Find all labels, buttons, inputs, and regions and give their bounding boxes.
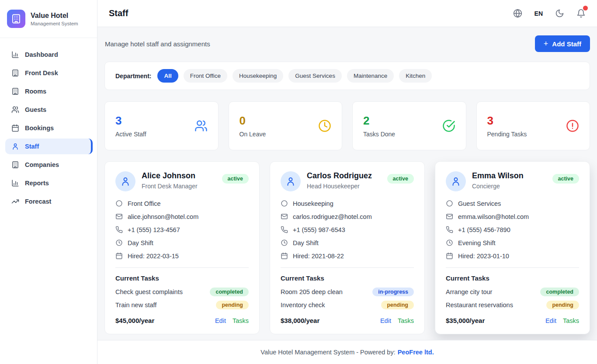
staff-name: Carlos Rodriguez — [307, 171, 372, 180]
staff-card-header: Emma Wilson Concierge active — [446, 171, 579, 191]
stat-value: 3 — [115, 114, 146, 128]
shift-row: Day Shift — [115, 239, 249, 246]
stats-row: 3 Active Staff 0 On Leave 2 Tasks Done — [104, 101, 590, 150]
status-badge: active — [387, 174, 414, 184]
stat-card-pending-tasks: 3 Pending Tasks — [476, 101, 590, 150]
stat-value: 0 — [239, 114, 266, 128]
email-row: emma.wilson@hotel.com — [446, 213, 579, 220]
moon-icon[interactable] — [555, 9, 564, 18]
globe-icon[interactable] — [513, 9, 522, 18]
footer: Value Hotel Management System - Powered … — [97, 340, 597, 364]
department-filter-label: Department: — [115, 73, 151, 80]
staff-role: Concierge — [472, 183, 524, 190]
brand: Value Hotel Management System — [0, 0, 97, 38]
calendar-icon — [281, 252, 288, 260]
staff-card: Carlos Rodriguez Head Housekeeper active… — [270, 161, 425, 334]
sidebar-item-label: Forecast — [25, 198, 51, 205]
task-status-badge: completed — [540, 288, 579, 296]
email-value: carlos.rodriguez@hotel.com — [293, 213, 372, 220]
mail-icon — [446, 213, 453, 220]
check-circle-icon — [442, 119, 455, 132]
stat-label: On Leave — [239, 131, 266, 138]
tasks-link[interactable]: Tasks — [233, 317, 249, 324]
email-value: emma.wilson@hotel.com — [458, 213, 529, 220]
hired-value: Hired: 2022-03-15 — [128, 253, 179, 260]
phone-icon — [446, 226, 453, 233]
hired-row: Hired: 2021-08-22 — [281, 252, 414, 260]
task-name: Check guest complaints — [115, 288, 183, 295]
sidebar-item-label: Staff — [25, 143, 39, 150]
mail-icon — [115, 213, 123, 220]
task-status-badge: pending — [546, 301, 579, 309]
circle-icon — [446, 200, 453, 207]
staff-card-header: Alice Johnson Front Desk Manager active — [115, 171, 249, 191]
alert-circle-icon — [566, 119, 579, 132]
task-name: Restaurant reservations — [446, 302, 513, 309]
sidebar-item-guests[interactable]: Guests — [5, 102, 93, 118]
brand-text: Value Hotel Management System — [31, 12, 78, 26]
circle-icon — [115, 200, 123, 207]
main-area: Staff EN Manage hotel staff and assignme… — [97, 0, 597, 364]
task-row: Train new staff pending — [115, 301, 249, 309]
building-icon — [11, 87, 19, 95]
email-value: alice.johnson@hotel.com — [128, 213, 198, 220]
sidebar-nav: Dashboard Front Desk Rooms Guests Bookin… — [0, 38, 97, 218]
filter-pill-kitchen[interactable]: Kitchen — [399, 69, 432, 83]
sidebar-item-dashboard[interactable]: Dashboard — [5, 47, 93, 62]
subheader: Manage hotel staff and assignments + Add… — [104, 27, 590, 62]
task-status-badge: pending — [216, 301, 249, 309]
page-subtitle: Manage hotel staff and assignments — [104, 40, 210, 48]
building-icon — [11, 161, 19, 169]
edit-link[interactable]: Edit — [215, 317, 226, 324]
task-status-badge: completed — [210, 288, 249, 296]
staff-card-footer: $38,000/year Edit Tasks — [281, 317, 414, 324]
stat-card-tasks-done: 2 Tasks Done — [352, 101, 466, 150]
edit-link[interactable]: Edit — [380, 317, 391, 324]
add-staff-button[interactable]: + Add Staff — [535, 35, 590, 52]
sidebar-item-forecast[interactable]: Forecast — [5, 194, 93, 209]
divider — [115, 267, 249, 268]
sidebar-item-front-desk[interactable]: Front Desk — [5, 65, 93, 81]
shift-value: Day Shift — [128, 239, 153, 246]
task-row: Inventory check pending — [281, 301, 414, 309]
tasks-link[interactable]: Tasks — [563, 317, 579, 324]
notifications-button[interactable] — [576, 9, 586, 18]
clock-icon — [115, 239, 123, 246]
topbar-actions: EN — [513, 9, 586, 18]
edit-link[interactable]: Edit — [545, 317, 556, 324]
brand-name: Value Hotel — [31, 12, 78, 20]
calendar-icon — [115, 252, 123, 260]
task-row: Arrange city tour completed — [446, 288, 579, 296]
sidebar-item-bookings[interactable]: Bookings — [5, 120, 93, 136]
shift-row: Evening Shift — [446, 239, 579, 246]
divider — [281, 267, 414, 268]
tasks-link[interactable]: Tasks — [398, 317, 414, 324]
staff-role: Front Desk Manager — [142, 183, 198, 190]
sidebar-item-staff[interactable]: Staff — [5, 139, 93, 154]
footer-link[interactable]: PeoFree ltd. — [398, 349, 434, 356]
task-name: Train new staff — [115, 302, 156, 309]
phone-row: +1 (555) 987-6543 — [281, 226, 414, 233]
current-tasks-title: Current Tasks — [446, 274, 579, 282]
filter-pill-guest-services[interactable]: Guest Services — [288, 69, 342, 83]
staff-card-header: Carlos Rodriguez Head Housekeeper active — [281, 171, 414, 191]
footer-text: Value Hotel Management System - Powered … — [260, 349, 395, 356]
department-value: Housekeeping — [293, 200, 333, 207]
language-selector[interactable]: EN — [535, 10, 543, 17]
filter-pill-housekeeping[interactable]: Housekeeping — [233, 69, 283, 83]
phone-value: +1 (555) 987-6543 — [293, 226, 345, 233]
salary-value: $38,000/year — [281, 317, 319, 324]
clock-icon — [318, 119, 331, 132]
shift-row: Day Shift — [281, 239, 414, 246]
filter-pill-all[interactable]: All — [157, 69, 178, 83]
staff-name: Alice Johnson — [142, 171, 198, 180]
phone-icon — [115, 226, 123, 233]
sidebar-item-reports[interactable]: Reports — [5, 175, 93, 191]
filter-pill-front-office[interactable]: Front Office — [184, 69, 227, 83]
filter-pill-maintenance[interactable]: Maintenance — [347, 69, 394, 83]
phone-value: +1 (555) 456-7890 — [458, 226, 510, 233]
sidebar-item-rooms[interactable]: Rooms — [5, 83, 93, 99]
sidebar-item-companies[interactable]: Companies — [5, 157, 93, 173]
staff-card: Emma Wilson Concierge active Guest Servi… — [435, 161, 590, 334]
clock-icon — [446, 239, 453, 246]
